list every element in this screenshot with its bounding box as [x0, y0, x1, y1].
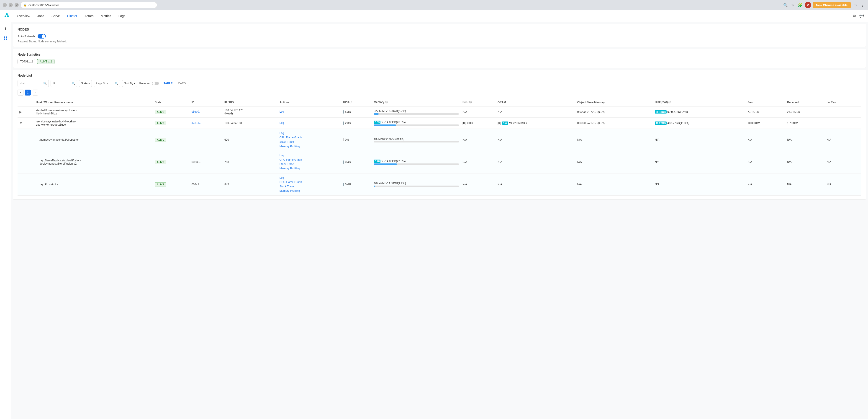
memory-text: 68.43MB/14.00GB(0.5%): [374, 137, 459, 141]
table-view-button[interactable]: TABLE: [161, 81, 175, 86]
actions-cell: Log CPU Flame Graph Stack Trace Memory P…: [278, 173, 341, 196]
expand-cell: ▶: [18, 107, 34, 118]
menu-icon[interactable]: ⋮: [860, 2, 865, 8]
memory-text: 169.49MB/14.00GB(1.2%): [374, 182, 459, 185]
memory-profiling-link[interactable]: Memory Profiling: [280, 144, 339, 149]
sent-cell: N/A: [746, 173, 785, 196]
memory-profiling-link[interactable]: Memory Profiling: [280, 167, 339, 171]
gpu-cell: N/A: [461, 129, 496, 151]
memory-text: 927.69MB/16.00GB(5.7%): [374, 110, 459, 113]
alive-status-badge: ALIVE: [155, 160, 166, 164]
nav-jobs[interactable]: Jobs: [34, 12, 48, 20]
memory-progress: [374, 113, 459, 115]
nav-serve[interactable]: Serve: [48, 12, 63, 20]
th-lo-res: Lo Res...: [825, 98, 861, 107]
next-page-button[interactable]: ›: [32, 90, 38, 95]
alive-status-badge: ALIVE: [155, 182, 166, 186]
ip-cell: 100.64.176.173(Head): [223, 107, 278, 118]
page-size-icon: 🔍: [115, 82, 118, 85]
log-link[interactable]: Log: [280, 121, 339, 125]
nav-actors[interactable]: Actors: [81, 12, 97, 20]
bookmark-icon[interactable]: ☆: [790, 2, 796, 8]
table-row: /home/ray/anaconda3/bin/python ALIVE 620…: [18, 129, 861, 151]
ip-search-icon: 🔍: [72, 82, 75, 85]
sort-by-filter[interactable]: Sort By ▾: [122, 80, 137, 87]
card-view-button[interactable]: CARD: [176, 81, 189, 86]
reverse-label: Reverse:: [139, 82, 150, 85]
expand-cell: ▼: [18, 118, 34, 129]
memory-progress: [374, 185, 459, 187]
obj-store-cell: 0.0000B/4.72GB(0.0%): [576, 107, 653, 118]
sidebar-grid-icon[interactable]: [2, 35, 9, 42]
cpu-bar-indicator: [343, 121, 344, 125]
log-link[interactable]: Log: [280, 153, 339, 158]
log-link[interactable]: Log: [280, 110, 339, 114]
address-bar[interactable]: 🔒 localhost:8265/#/cluster: [21, 2, 157, 8]
cpu-value: 0.4%: [345, 183, 351, 186]
nav-metrics[interactable]: Metrics: [98, 12, 114, 20]
alive-status-badge: ALIVE: [155, 121, 166, 125]
table-row: ray::ServeReplica:stable-diffusion-deplo…: [18, 151, 861, 173]
svg-rect-7: [4, 38, 5, 40]
node-id-link[interactable]: a327a...: [192, 121, 221, 125]
page-1-button[interactable]: 1: [25, 90, 31, 95]
cpu-flame-graph-link[interactable]: CPU Flame Graph: [280, 180, 339, 184]
search-icon[interactable]: 🔍: [783, 2, 788, 8]
expand-cell: [18, 173, 34, 196]
reverse-toggle[interactable]: [152, 82, 159, 85]
page-size-input[interactable]: [96, 82, 114, 85]
cpu-flame-graph-link[interactable]: CPU Flame Graph: [280, 158, 339, 162]
ip-search-input[interactable]: [53, 82, 71, 85]
reload-button[interactable]: ↺: [14, 3, 19, 7]
nav-logs[interactable]: Logs: [115, 12, 128, 20]
node-table: Host / Worker Process name State ID IP /…: [18, 98, 861, 196]
gpu-info-icon: ⓘ: [469, 101, 472, 103]
expand-button[interactable]: ▼: [19, 121, 23, 125]
expand-button[interactable]: ▶: [19, 110, 22, 114]
obj-store-cell: 0.0000B/4.17GB(0.0%): [576, 118, 653, 129]
memory-progress: [374, 141, 459, 143]
nav-cluster[interactable]: Cluster: [64, 12, 81, 20]
cast-icon[interactable]: ▭: [852, 2, 858, 8]
state-cell: ALIVE: [153, 118, 190, 129]
host-search-input[interactable]: [20, 82, 42, 85]
state-filter[interactable]: State ▾: [79, 80, 92, 87]
memory-highlight: 3.78: [374, 159, 380, 163]
id-cell: 00841...: [190, 173, 223, 196]
stack-trace-link[interactable]: Stack Trace: [280, 162, 339, 167]
sidebar-info-icon[interactable]: ℹ: [2, 25, 9, 32]
gpu-value: 0.0%: [467, 121, 473, 125]
node-id-link[interactable]: c8eb0...: [192, 110, 221, 114]
chat-icon[interactable]: 💬: [859, 13, 864, 19]
cpu-flame-graph-link[interactable]: CPU Flame Graph: [280, 136, 339, 140]
request-status: Request Status: Node summary fetched.: [18, 40, 861, 43]
auto-refresh-toggle[interactable]: [38, 34, 46, 38]
stack-trace-link[interactable]: Stack Trace: [280, 184, 339, 189]
log-link[interactable]: Log: [280, 131, 339, 136]
extensions-icon[interactable]: 🧩: [797, 2, 803, 8]
memory-profiling-link[interactable]: Memory Profiling: [280, 189, 339, 193]
name-cell: stablediffusion-service-raycluster-hb4l4…: [34, 107, 153, 118]
memory-info-icon: ⓘ: [385, 101, 388, 103]
nav-overview[interactable]: Overview: [14, 12, 33, 20]
pagination: ‹ 1 ›: [18, 90, 861, 95]
svg-rect-5: [4, 36, 5, 38]
th-name: Host / Worker Process name: [34, 98, 153, 107]
cpu-value: 0.4%: [345, 160, 351, 164]
memory-bar-fill: [374, 124, 396, 126]
total-badge: TOTAL x 2: [18, 59, 35, 64]
node-list-filters: 🔍 🔍 State ▾ 🔍 Sort By ▾ Re: [18, 80, 861, 87]
cpu-bar-indicator: [343, 110, 344, 114]
main-content: NODES Auto Refresh: Request Status: Node…: [11, 22, 868, 419]
nodes-title: NODES: [18, 28, 861, 31]
monitor-icon[interactable]: ⧉: [851, 13, 857, 19]
log-link[interactable]: Log: [280, 176, 339, 180]
pid-cell: 798: [223, 151, 278, 173]
forward-button[interactable]: ›: [9, 3, 13, 7]
back-button[interactable]: ‹: [3, 3, 7, 7]
node-list-title: Node List: [18, 73, 861, 77]
stack-trace-link[interactable]: Stack Trace: [280, 140, 339, 144]
ip-cell: 100.64.34.188: [223, 118, 278, 129]
prev-page-button[interactable]: ‹: [18, 90, 24, 95]
new-chrome-button[interactable]: New Chrome available: [813, 2, 851, 8]
